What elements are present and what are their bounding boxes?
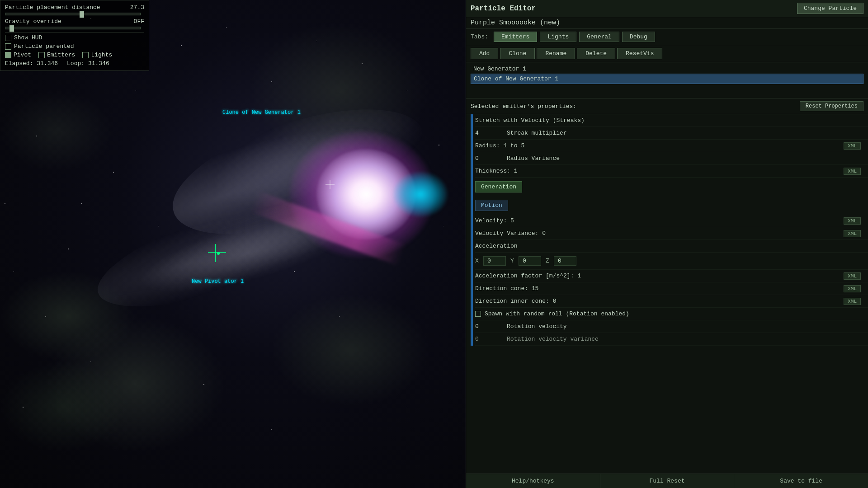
rotation-vel-label: Rotation velocity (507, 323, 863, 330)
generation-section: Generation (475, 178, 868, 196)
action-buttons-row: Add Clone Rename Delete ResetVis (466, 45, 868, 62)
dir-inner-cone-xml-button[interactable]: XML (844, 298, 861, 305)
generator-item-0[interactable]: New Generator 1 (471, 64, 863, 74)
rotation-vel-var-row: 0 Rotation velocity variance (475, 333, 868, 346)
tab-general[interactable]: General (579, 32, 619, 42)
thickness-row: Thickness: 1 XML (475, 165, 868, 178)
particle-parented-label: Particle parented (14, 43, 74, 50)
clone-label: Clone of New Generator 1 (222, 109, 301, 116)
placement-slider[interactable] (5, 13, 141, 15)
crosshair (326, 180, 335, 189)
generator-list: New Generator 1 Clone of New Generator 1 (466, 62, 868, 99)
gravity-value: OFF (134, 18, 144, 25)
streak-multiplier-value: 4 (475, 130, 502, 136)
dir-inner-cone-label: Direction inner cone: 0 (475, 298, 844, 305)
rotation-vel-var-label: Rotation velocity variance (507, 336, 863, 343)
delete-button[interactable]: Delete (577, 48, 615, 59)
properties-header: Selected emitter's properties: Reset Pro… (466, 99, 868, 114)
pivot-label: Pivot (14, 52, 31, 58)
gravity-slider[interactable] (5, 27, 141, 29)
clone-button[interactable]: Clone (500, 48, 535, 59)
elapsed-row: Elapsed: 31.346 Loop: 31.346 (5, 60, 144, 67)
accel-y-label: Y (510, 258, 517, 264)
accel-y-field: Y 0 (510, 256, 541, 266)
show-hud-row: Show HUD (5, 34, 144, 41)
acceleration-label-row: Acceleration (475, 240, 868, 253)
properties-title: Selected emitter's properties: (471, 103, 576, 110)
placement-thumb[interactable] (80, 11, 84, 18)
velocity-variance-row: Velocity Variance: 0 XML (475, 227, 868, 240)
lights-checkbox-hud[interactable] (82, 52, 89, 58)
motion-section: Motion (475, 196, 868, 215)
panel-header: Particle Editor Change Particle (466, 0, 868, 17)
show-hud-label: Show HUD (14, 34, 42, 41)
generator-item-1[interactable]: Clone of New Generator 1 (471, 74, 863, 84)
properties-content: Stretch with Velocity (Streaks) 4 Streak… (466, 114, 868, 346)
velocity-variance-label: Velocity Variance: 0 (475, 230, 844, 237)
lights-label-hud: Lights (91, 52, 112, 58)
rotation-vel-row: 0 Rotation velocity (475, 320, 868, 333)
streak-multiplier-label: Streak multiplier (507, 130, 863, 136)
panel-footer: Help/hotkeys Full Reset Save to file (466, 474, 868, 488)
motion-header[interactable]: Motion (475, 200, 508, 211)
properties-scroll[interactable]: Stretch with Velocity (Streaks) 4 Streak… (466, 114, 868, 474)
stretch-row: Stretch with Velocity (Streaks) (475, 114, 868, 127)
thickness-label: Thickness: 1 (475, 168, 844, 174)
gravity-label: Gravity override (5, 18, 61, 25)
spawn-random-label: Spawn with random roll (Rotation enabled… (485, 310, 863, 317)
rotation-vel-value: 0 (475, 323, 502, 330)
velocity-variance-xml-button[interactable]: XML (844, 230, 861, 237)
rename-button[interactable]: Rename (537, 48, 575, 59)
velocity-xml-button[interactable]: XML (844, 217, 861, 225)
accel-x-field: X 0 (475, 256, 506, 266)
add-button[interactable]: Add (471, 48, 498, 59)
dir-cone-xml-button[interactable]: XML (844, 285, 861, 292)
spawn-random-checkbox[interactable] (475, 311, 481, 317)
accent-bar (471, 114, 473, 346)
help-hotkeys-button[interactable]: Help/hotkeys (466, 474, 600, 488)
radius-xml-button[interactable]: XML (844, 142, 861, 150)
accel-y-value[interactable]: 0 (519, 256, 541, 266)
tab-debug[interactable]: Debug (622, 32, 655, 42)
elapsed-label: Elapsed: (5, 60, 33, 67)
reset-properties-button[interactable]: Reset Properties (800, 101, 863, 111)
accel-factor-xml-button[interactable]: XML (844, 272, 861, 280)
emitters-checkbox[interactable] (38, 52, 45, 58)
pivot-checkbox[interactable] (5, 52, 11, 58)
loop-label: Loop: (67, 60, 85, 67)
acceleration-label: Acceleration (475, 243, 863, 249)
radius-variance-label: Radius Variance (507, 155, 863, 162)
show-hud-checkbox[interactable] (5, 35, 11, 41)
new-pivot-label: New Pivot ator 1 (192, 278, 244, 285)
change-particle-button[interactable]: Change Particle (797, 3, 863, 14)
particle-parented-row: Particle parented (5, 43, 144, 50)
panel-title: Particle Editor (471, 5, 536, 13)
thickness-xml-button[interactable]: XML (844, 168, 861, 175)
mode-checkboxes: Pivot Emitters Lights (5, 52, 144, 58)
stretch-label: Stretch with Velocity (Streaks) (475, 117, 863, 124)
elapsed-value: 31.346 (37, 60, 58, 67)
gravity-thumb[interactable] (9, 25, 14, 32)
accel-factor-row: Acceleration factor [m/s^2]: 1 XML (475, 270, 868, 282)
accel-z-field: Z 0 (546, 256, 576, 266)
particle-parented-checkbox[interactable] (5, 43, 11, 50)
placement-label: Particle placement distance (5, 4, 100, 11)
resetvis-button[interactable]: ResetVis (617, 48, 662, 59)
tab-emitters[interactable]: Emitters (494, 32, 537, 42)
loop-value: 31.346 (88, 60, 109, 67)
generation-header[interactable]: Generation (475, 181, 522, 192)
save-to-file-button[interactable]: Save to file (734, 474, 868, 488)
accel-x-value[interactable]: 0 (483, 256, 506, 266)
viewport: Clone of New Generator 1 New Pivot ator … (0, 0, 466, 488)
accel-z-value[interactable]: 0 (554, 256, 576, 266)
radius-variance-value: 0 (475, 155, 502, 162)
rotation-vel-var-value: 0 (475, 336, 502, 343)
dir-cone-row: Direction cone: 15 XML (475, 282, 868, 295)
streak-multiplier-row: 4 Streak multiplier (475, 127, 868, 140)
full-reset-button[interactable]: Full Reset (600, 474, 735, 488)
tab-lights[interactable]: Lights (540, 32, 576, 42)
accel-factor-label: Acceleration factor [m/s^2]: 1 (475, 272, 844, 279)
accel-x-label: X (475, 258, 481, 264)
tabs-row: Tabs: Emitters Lights General Debug (466, 29, 868, 45)
acceleration-xyz-row: X 0 Y 0 Z 0 (475, 253, 868, 270)
